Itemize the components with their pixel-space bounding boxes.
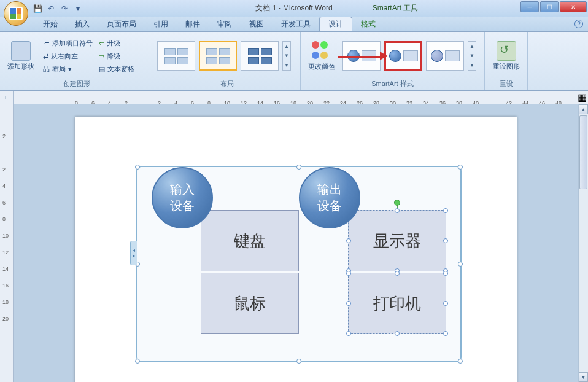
text-pane-button[interactable]: ▤文本窗格 (98, 64, 136, 74)
tab-developer[interactable]: 开发工具 (273, 17, 319, 31)
group-reset: 重设图形 重设 (485, 32, 528, 90)
smartart-group-1: 输入 设备 键盘 鼠标 (164, 179, 287, 349)
rotate-handle[interactable] (394, 200, 400, 206)
minimize-button[interactable]: ─ (520, 1, 539, 12)
layout-option-2[interactable] (199, 41, 237, 71)
close-button[interactable]: ✕ (560, 1, 587, 12)
tab-page-layout[interactable]: 页面布局 (98, 17, 145, 31)
ribbon-tabs: 开始 插入 页面布局 引用 邮件 审阅 视图 开发工具 设计 格式 ? (0, 17, 588, 32)
context-tab-title: SmartArt 工具 (325, 3, 465, 14)
group-layouts: ▲▼▾ 布局 (153, 32, 301, 90)
tab-home[interactable]: 开始 (34, 17, 66, 31)
redo-icon[interactable]: ↷ (59, 3, 70, 14)
smartart-item-1-1[interactable]: 键盘 (201, 210, 299, 271)
smartart-item-1-2[interactable]: 鼠标 (201, 273, 299, 334)
smartart-item-2-1[interactable]: 显示器 (348, 210, 446, 271)
change-colors-label: 更改颜色 (308, 62, 335, 71)
style-option-2[interactable] (384, 41, 422, 71)
vertical-scrollbar[interactable]: ▲ ▼ (578, 104, 588, 382)
maximize-button[interactable]: ☐ (540, 1, 559, 12)
group-label-create-graphic: 创建图形 (4, 79, 149, 89)
style-option-3[interactable] (426, 41, 464, 71)
group-label-reset: 重设 (489, 79, 524, 89)
title-bar: 💾 ↶ ↷ ▾ 文档 1 - Microsoft Word SmartArt 工… (0, 0, 588, 17)
quick-access-toolbar: 💾 ↶ ↷ ▾ (32, 3, 83, 14)
smartart-group-2: 输出 设备 显示器 打印机 (311, 179, 434, 349)
change-colors-icon (312, 41, 331, 61)
smartart-item-2-2[interactable]: 打印机 (348, 273, 446, 334)
group-smartart-styles: 更改颜色 ▲▼▾ SmartArt 样式 (301, 32, 485, 90)
qat-dropdown-icon[interactable]: ▾ (72, 3, 83, 14)
add-shape-button[interactable]: 添加形状 (4, 39, 38, 74)
page[interactable]: ◂▸ 输入 设备 键盘 鼠标 输出 设备 显示器 (75, 117, 517, 382)
smartart-title-1[interactable]: 输入 设备 (152, 167, 213, 228)
demote-button[interactable]: ⇒降级 (98, 51, 136, 61)
layout-option-1[interactable] (157, 41, 195, 71)
group-label-styles: SmartArt 样式 (304, 79, 481, 89)
scroll-up-button[interactable]: ▲ (579, 104, 588, 114)
tab-mailings[interactable]: 邮件 (177, 17, 209, 31)
vertical-ruler[interactable]: 22468101214161820 (0, 104, 14, 382)
ruler-corner[interactable]: L (0, 91, 14, 104)
smartart-frame[interactable]: ◂▸ 输入 设备 键盘 鼠标 输出 设备 显示器 (136, 166, 462, 362)
add-shape-label: 添加形状 (7, 62, 34, 71)
page-container: ◂▸ 输入 设备 键盘 鼠标 输出 设备 显示器 (14, 104, 578, 382)
horizontal-ruler[interactable]: L 86422468101214161820222426283032343638… (0, 91, 588, 104)
tab-design[interactable]: 设计 (319, 17, 352, 31)
save-icon[interactable]: 💾 (32, 3, 43, 14)
change-colors-button[interactable]: 更改颜色 (304, 39, 339, 74)
smartart-text-pane-toggle[interactable]: ◂▸ (130, 241, 137, 265)
group-create-graphic: 添加形状 ≔添加项目符号 ⇄从右向左 品布局▾ ⇐升级 ⇒降级 ▤文本窗格 创建… (0, 32, 153, 90)
tab-format[interactable]: 格式 (352, 17, 384, 31)
help-icon[interactable]: ? (574, 20, 583, 28)
ribbon: 添加形状 ≔添加项目符号 ⇄从右向左 品布局▾ ⇐升级 ⇒降级 ▤文本窗格 创建… (0, 32, 588, 91)
office-button[interactable] (4, 1, 28, 26)
layout-option-3[interactable] (241, 41, 279, 71)
scroll-down-button[interactable]: ▼ (579, 372, 588, 382)
smartart-title-2[interactable]: 输出 设备 (299, 167, 360, 228)
add-shape-icon (11, 41, 31, 61)
undo-icon[interactable]: ↶ (45, 3, 56, 14)
smartart-content: 输入 设备 键盘 鼠标 输出 设备 显示器 (150, 179, 448, 349)
reset-label: 重设图形 (493, 62, 520, 71)
reset-icon (497, 41, 516, 61)
promote-button[interactable]: ⇐升级 (98, 38, 136, 49)
ruler-view-icon[interactable]: ▦ (576, 92, 588, 104)
styles-gallery-more[interactable]: ▲▼▾ (468, 41, 476, 71)
tab-review[interactable]: 审阅 (209, 17, 241, 31)
add-bullet-button[interactable]: ≔添加项目符号 (42, 38, 94, 49)
tab-view[interactable]: 视图 (241, 17, 273, 31)
rtl-button[interactable]: ⇄从右向左 (42, 51, 94, 61)
layout-dropdown-button[interactable]: 品布局▾ (42, 64, 94, 74)
layouts-gallery-more[interactable]: ▲▼▾ (282, 41, 291, 71)
window-title: 文档 1 - Microsoft Word (0, 3, 588, 14)
document-area: 22468101214161820 ◂▸ 输入 设备 键盘 鼠标 (0, 104, 578, 382)
group-label-layouts: 布局 (157, 79, 296, 89)
tab-references[interactable]: 引用 (145, 17, 177, 31)
scroll-thumb[interactable] (579, 115, 587, 189)
tab-insert[interactable]: 插入 (66, 17, 98, 31)
reset-graphic-button[interactable]: 重设图形 (489, 39, 524, 74)
